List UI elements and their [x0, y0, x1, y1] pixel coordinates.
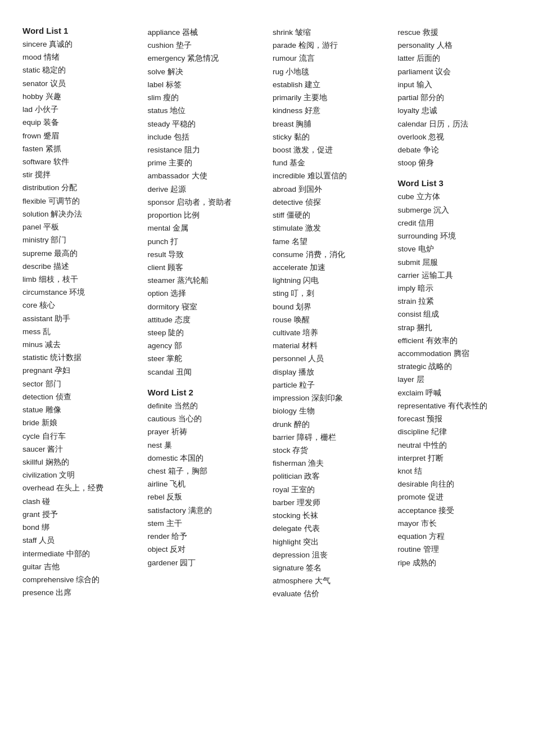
- word-chinese: 拉紧: [418, 297, 434, 305]
- word-entry: primarily 主要地: [273, 91, 387, 104]
- word-chinese: 顾客: [168, 263, 183, 272]
- word-english: presence: [22, 588, 56, 597]
- word-chinese: 沮丧: [312, 551, 328, 559]
- word-chinese: 新娘: [42, 418, 57, 427]
- word-chinese: 好意: [305, 106, 320, 115]
- word-english: rumour: [273, 54, 299, 62]
- word-chinese: 醉的: [294, 420, 310, 429]
- word-entry: steep 陡的: [148, 326, 262, 339]
- word-entry: submerge 沉入: [398, 204, 512, 217]
- word-entry: barber 理发师: [273, 496, 387, 509]
- word-english: cushion: [148, 41, 176, 50]
- word-english: ministry: [22, 236, 51, 244]
- word-chinese: 导致: [168, 250, 184, 259]
- word-chinese: 输入: [417, 80, 432, 89]
- word-entry: stiff 僵硬的: [273, 209, 387, 222]
- word-english: parade: [273, 41, 298, 50]
- word-chinese: 酱汁: [47, 445, 63, 453]
- word-chinese: 垫子: [176, 41, 192, 50]
- word-english: chest: [148, 467, 168, 475]
- word-chinese: 忽视: [428, 133, 444, 141]
- word-entry: result 导致: [148, 248, 262, 261]
- word-english: strain: [398, 297, 419, 305]
- word-chinese: 长袜: [302, 511, 318, 520]
- word-chinese: 启动者，资助者: [177, 198, 232, 206]
- word-entry: detection 侦查: [22, 390, 137, 403]
- word-chinese: 环境: [440, 232, 456, 240]
- word-chinese: 蒸汽轮船: [177, 276, 209, 285]
- word-entry: calendar 日历，历法: [398, 118, 512, 130]
- word-english: evaluate: [273, 590, 304, 598]
- word-chinese: 接受: [438, 506, 454, 515]
- word-entry: politician 政客: [273, 470, 387, 483]
- word-entry: strain 拉紧: [398, 295, 512, 308]
- word-english: politician: [273, 472, 304, 480]
- word-chinese: 平板: [43, 223, 59, 231]
- word-entry: input 输入: [398, 78, 512, 91]
- word-chinese: 统计数据: [50, 353, 82, 362]
- word-english: equip: [22, 118, 43, 127]
- word-chinese: 大使: [192, 172, 207, 180]
- word-entry: appliance 器械: [148, 26, 262, 39]
- word-chinese: 地位: [170, 106, 185, 115]
- word-english: nest: [148, 441, 164, 449]
- word-entry: signature 签名: [273, 561, 387, 574]
- word-entry: cultivate 培养: [273, 326, 387, 339]
- word-english: overhead: [22, 484, 56, 492]
- word-chinese: 胸脯: [296, 120, 311, 128]
- word-chinese: 在头上，经费: [56, 484, 103, 492]
- word-chinese: 激发: [305, 224, 321, 232]
- word-entry: bound 划界: [273, 300, 387, 313]
- word-entry: strap 捆扎: [398, 321, 512, 334]
- word-entry: mayor 市长: [398, 517, 512, 530]
- word-chinese: 主要的: [169, 159, 192, 167]
- word-entry: overhead 在头上，经费: [22, 482, 137, 494]
- word-chinese: 流言: [299, 54, 315, 62]
- word-entry: staff 人员: [22, 534, 137, 547]
- word-entry: airline 飞机: [148, 478, 262, 490]
- word-english: personality: [398, 41, 437, 50]
- word-english: comprehensive: [22, 575, 76, 584]
- word-chinese: 救援: [423, 28, 438, 37]
- word-english: stoop: [398, 159, 419, 167]
- word-english: particle: [273, 381, 299, 389]
- word-english: abroad: [273, 185, 298, 194]
- word-chinese: 阻力: [184, 146, 200, 154]
- word-entry: cautious 当心的: [148, 412, 262, 425]
- word-chinese: 突出: [303, 538, 319, 546]
- word-english: boost: [273, 146, 293, 154]
- word-chinese: 播放: [298, 368, 314, 376]
- word-chinese: 黏的: [294, 133, 310, 141]
- word-english: scandal: [148, 368, 176, 376]
- word-chinese: 标签: [166, 80, 182, 89]
- word-english: punch: [148, 237, 171, 246]
- word-chinese: 电炉: [418, 245, 434, 253]
- word-chinese: 最高的: [54, 249, 78, 258]
- word-entry: statistic 统计数据: [22, 351, 137, 364]
- word-english: frown: [22, 132, 43, 140]
- word-english: result: [148, 250, 169, 259]
- word-entry: evaluate 估价: [273, 587, 387, 600]
- word-entry: scandal 丑闻: [148, 366, 262, 379]
- word-entry: rumour 流言: [273, 52, 387, 65]
- word-english: mental: [148, 224, 173, 232]
- word-english: stir: [22, 170, 35, 179]
- word-entry: consume 消费，消化: [273, 248, 387, 261]
- word-entry: acceptance 接受: [398, 504, 512, 517]
- word-entry: render 给予: [148, 530, 262, 543]
- word-entry: stove 电炉: [398, 242, 512, 255]
- word-english: display: [273, 368, 298, 376]
- word-english: sector: [22, 380, 46, 388]
- word-english: interpret: [398, 454, 428, 462]
- word-chinese: 成熟的: [413, 559, 436, 567]
- word-english: impression: [273, 394, 311, 402]
- word-chinese: 综合的: [76, 575, 99, 584]
- word-entry: grant 授予: [22, 508, 137, 521]
- word-chinese: 小伙子: [35, 105, 58, 114]
- word-chinese: 部: [174, 341, 182, 350]
- word-chinese: 预报: [427, 415, 442, 423]
- word-chinese: 本国的: [180, 454, 203, 462]
- word-chinese: 僵硬的: [287, 211, 310, 219]
- word-english: include: [148, 133, 174, 141]
- word-english: satisfactory: [148, 506, 188, 515]
